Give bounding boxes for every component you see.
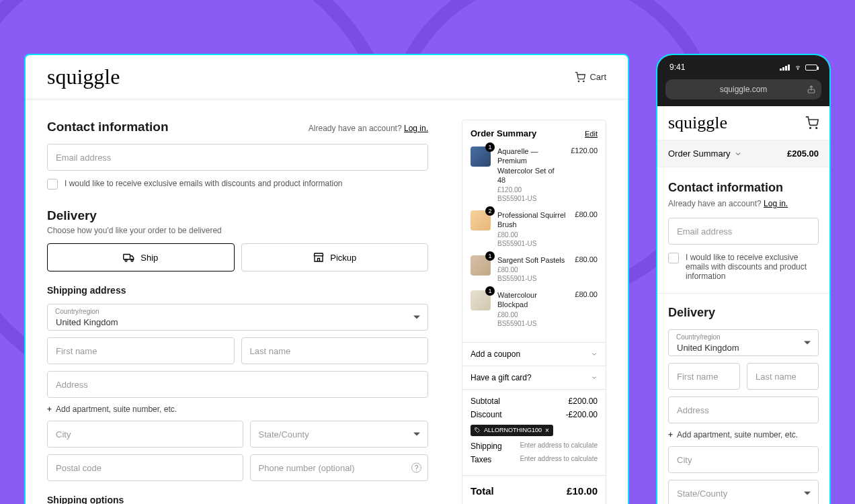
qty-badge: 1 <box>485 251 495 261</box>
status-time: 9:41 <box>669 62 685 72</box>
email-field[interactable] <box>47 144 428 171</box>
qty-badge: 2 <box>485 206 495 216</box>
state-select[interactable] <box>250 421 429 448</box>
newsletter-checkbox[interactable] <box>668 253 679 263</box>
item-unit-price: £80.00 <box>497 266 568 274</box>
product-thumb: 1 <box>471 146 491 167</box>
last-name-field[interactable] <box>747 363 819 390</box>
cart-icon[interactable] <box>805 116 819 130</box>
total-label: Total <box>471 485 494 497</box>
item-total: £80.00 <box>575 290 598 327</box>
svg-point-13 <box>816 128 817 129</box>
taxes-label: Taxes <box>471 455 491 464</box>
delivery-title: Delivery <box>47 208 428 223</box>
mobile-header: squiggle <box>657 106 829 140</box>
city-field[interactable] <box>668 446 819 473</box>
brand-logo: squiggle <box>668 113 727 133</box>
help-icon[interactable]: ? <box>411 463 421 473</box>
svg-point-3 <box>125 259 127 261</box>
share-icon[interactable] <box>807 85 816 94</box>
summary-item: 2 Professional Squirrel Brush £80.00 BS5… <box>471 210 598 247</box>
ship-toggle[interactable]: Ship <box>47 243 235 271</box>
item-name: Sargent Soft Pastels <box>497 255 568 265</box>
summary-item: 1 Watercolour Blockpad £80.00 BS55901-US… <box>471 290 598 327</box>
item-total: £120.00 <box>571 146 598 202</box>
add-coupon-toggle[interactable]: Add a coupon <box>462 342 606 366</box>
country-label: Country/region <box>55 308 99 315</box>
battery-icon <box>805 65 817 71</box>
status-bar: 9:41 <box>657 55 829 79</box>
first-name-field[interactable] <box>47 337 235 364</box>
summary-bar-total: £205.00 <box>787 149 819 159</box>
newsletter-label: I would like to receive exclusive emails… <box>65 179 343 188</box>
item-sku: BS55901-US <box>497 320 568 327</box>
login-link[interactable]: Log in. <box>404 124 428 133</box>
desktop-checkout: squiggle Cart Contact information Alread… <box>24 54 629 504</box>
address-field[interactable] <box>668 396 819 423</box>
cart-link[interactable]: Cart <box>575 72 606 83</box>
summary-edit-link[interactable]: Edit <box>585 130 598 138</box>
item-name: Aquarelle — Premium Watercolor Set of 48 <box>497 146 564 185</box>
chevron-down-icon <box>734 150 742 158</box>
order-summary: Order Summary Edit 1 Aquarelle — Premium… <box>462 120 606 504</box>
svg-rect-9 <box>788 65 790 71</box>
chevron-down-icon <box>591 351 598 358</box>
coupon-remove[interactable]: × <box>545 427 549 434</box>
summary-title: Order Summary <box>471 128 536 138</box>
contact-title: Contact information <box>668 181 819 195</box>
product-thumb: 1 <box>471 290 491 310</box>
email-field[interactable] <box>668 218 819 245</box>
tag-icon <box>475 427 481 433</box>
item-total: £80.00 <box>575 210 598 247</box>
svg-rect-8 <box>785 66 787 71</box>
state-select[interactable] <box>668 480 819 504</box>
delivery-title: Delivery <box>668 306 819 320</box>
summary-bar[interactable]: Order Summary £205.00 <box>657 140 829 167</box>
login-hint: Already have an account? Log in. <box>668 199 819 208</box>
item-name: Watercolour Blockpad <box>497 290 568 310</box>
brand-logo: squiggle <box>47 65 120 89</box>
gift-card-toggle[interactable]: Have a gift card? <box>462 366 606 389</box>
svg-point-0 <box>579 81 579 81</box>
first-name-field[interactable] <box>668 363 740 390</box>
pickup-toggle[interactable]: Pickup <box>241 243 429 271</box>
url-field[interactable]: squiggle.com <box>665 79 821 99</box>
item-name: Professional Squirrel Brush <box>497 210 568 230</box>
login-link[interactable]: Log in. <box>764 199 788 208</box>
newsletter-label: I would like to receive exclusive emails… <box>686 253 819 281</box>
item-unit-price: £120.00 <box>497 186 564 194</box>
shipping-address-title: Shipping address <box>47 285 428 296</box>
summary-item: 1 Aquarelle — Premium Watercolor Set of … <box>471 146 598 202</box>
add-apartment-link[interactable]: Add apartment, suite number, etc. <box>668 430 819 439</box>
svg-point-4 <box>131 259 133 261</box>
desktop-header: squiggle Cart <box>26 55 628 99</box>
last-name-field[interactable] <box>241 337 429 364</box>
address-field[interactable] <box>47 371 428 398</box>
phone-field[interactable] <box>250 454 429 481</box>
store-icon <box>313 251 325 263</box>
shipping-options-title: Shipping options <box>47 495 428 504</box>
qty-badge: 1 <box>485 142 495 152</box>
shipping-value: Enter address to calculate <box>520 442 598 451</box>
postal-field[interactable] <box>47 454 243 481</box>
newsletter-checkbox[interactable] <box>47 179 58 190</box>
discount-value: -£200.00 <box>566 410 598 419</box>
item-sku: BS55901-US <box>497 240 568 247</box>
cart-label: Cart <box>589 72 606 82</box>
svg-rect-7 <box>782 67 784 71</box>
product-thumb: 1 <box>471 255 491 276</box>
country-select[interactable] <box>47 304 428 331</box>
total-value: £10.00 <box>567 485 598 497</box>
country-label: Country/region <box>676 333 721 341</box>
wifi-icon <box>793 64 803 71</box>
shipping-label: Shipping <box>471 442 502 451</box>
svg-point-5 <box>476 429 477 429</box>
svg-point-12 <box>810 128 811 129</box>
contact-title: Contact information <box>47 120 169 134</box>
item-sku: BS55901-US <box>497 275 568 282</box>
qty-badge: 1 <box>485 286 495 296</box>
item-total: £80.00 <box>575 255 598 282</box>
city-field[interactable] <box>47 421 243 448</box>
url-bar: squiggle.com <box>657 79 829 106</box>
add-apartment-link[interactable]: Add apartment, suite number, etc. <box>47 405 428 414</box>
